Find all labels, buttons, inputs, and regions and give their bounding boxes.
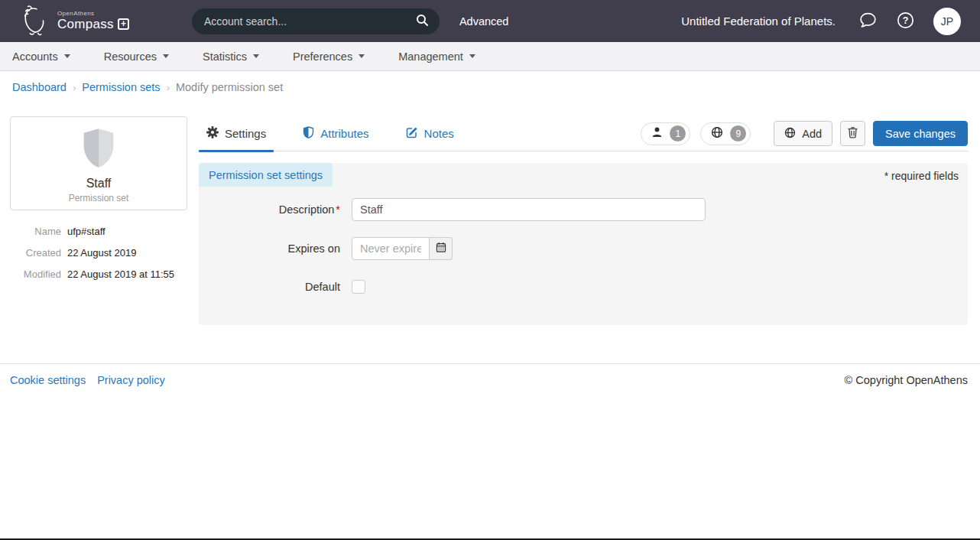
breadcrumb-separator: › — [73, 82, 76, 93]
default-label: Default — [199, 281, 340, 293]
chevron-down-icon — [253, 54, 259, 58]
chevron-down-icon — [469, 54, 475, 58]
breadcrumb-separator: › — [167, 82, 170, 93]
svg-text:?: ? — [903, 15, 909, 26]
breadcrumb-current: Modify permission set — [176, 81, 283, 93]
detail-label: Name — [10, 226, 61, 237]
delete-button[interactable] — [840, 121, 865, 146]
shield-icon — [79, 127, 118, 173]
calendar-icon — [436, 242, 446, 255]
description-label: Description* — [199, 203, 340, 216]
search-button[interactable] — [410, 11, 435, 32]
permission-set-subtitle: Permission set — [69, 193, 129, 203]
expires-label: Expires on — [199, 242, 340, 255]
detail-row-modified: Modified 22 August 2019 at 11:55 — [10, 268, 187, 280]
description-input[interactable] — [352, 198, 706, 221]
tabs-and-actions-row: Settings Attributes — [199, 116, 968, 151]
top-header: OpenAthens Compass + Advanced Untitled F… — [0, 0, 980, 42]
search-icon — [416, 14, 429, 29]
nav-item-preferences[interactable]: Preferences — [293, 50, 365, 63]
required-fields-note: * required fields — [884, 170, 959, 182]
detail-value: ufp#staff — [67, 226, 105, 237]
nav-item-statistics[interactable]: Statistics — [203, 50, 259, 63]
tab-label: Settings — [225, 127, 266, 140]
nav-item-resources[interactable]: Resources — [104, 50, 169, 63]
save-changes-label: Save changes — [885, 128, 956, 140]
breadcrumb-permission-sets[interactable]: Permission sets — [82, 81, 160, 93]
detail-label: Modified — [10, 268, 61, 280]
help-button[interactable]: ? — [896, 11, 915, 32]
description-row: Description* — [199, 198, 968, 221]
help-icon: ? — [896, 11, 915, 32]
organisation-name: Untitled Federation of Planets. — [681, 15, 836, 28]
shield-half-icon — [303, 126, 314, 141]
tab-bar: Settings Attributes — [199, 116, 483, 151]
details-list: Name ufp#staff Created 22 August 2019 Mo… — [10, 226, 187, 280]
page-footer: Cookie settings Privacy policy © Copyrig… — [0, 363, 980, 395]
privacy-policy-link[interactable]: Privacy policy — [97, 374, 165, 386]
chevron-down-icon — [359, 54, 365, 58]
pencil-square-icon — [406, 126, 418, 141]
detail-row-created: Created 22 August 2019 — [10, 247, 187, 259]
copyright-text: © Copyright OpenAthens — [845, 374, 968, 386]
tab-notes[interactable]: Notes — [398, 116, 462, 151]
permission-set-title: Staff — [86, 177, 112, 190]
breadcrumb-dashboard[interactable]: Dashboard — [12, 81, 67, 93]
openathens-compass-logo[interactable]: OpenAthens Compass + — [21, 4, 129, 39]
advanced-search-link[interactable]: Advanced — [459, 15, 509, 28]
cookie-settings-link[interactable]: Cookie settings — [10, 374, 86, 386]
detail-value: 22 August 2019 at 11:55 — [67, 268, 174, 280]
tab-settings[interactable]: Settings — [199, 116, 274, 151]
tab-attributes[interactable]: Attributes — [295, 116, 376, 151]
resources-count-badge: 9 — [730, 125, 746, 142]
globe-icon — [711, 126, 723, 142]
detail-label: Created — [10, 247, 61, 259]
expires-on-input[interactable] — [352, 237, 430, 260]
openathens-logo-icon — [21, 4, 50, 39]
person-icon — [651, 126, 663, 141]
logo-text: OpenAthens Compass + — [57, 11, 129, 31]
globe-icon — [784, 127, 796, 141]
default-row: Default — [199, 280, 968, 294]
logo-brand-large: Compass — [57, 18, 114, 32]
accounts-count-badge: 1 — [670, 125, 686, 142]
panel-tab-permission-set-settings: Permission set settings — [199, 163, 333, 187]
tab-label: Notes — [424, 127, 454, 140]
chevron-down-icon — [64, 54, 70, 58]
default-checkbox[interactable] — [352, 280, 365, 294]
add-button-label: Add — [802, 128, 822, 140]
plus-badge-icon: + — [118, 18, 129, 30]
chat-bubble-icon — [858, 11, 878, 32]
save-changes-button[interactable]: Save changes — [873, 121, 968, 146]
required-asterisk: * — [336, 203, 340, 216]
breadcrumb: Dashboard › Permission sets › Modify per… — [0, 71, 980, 93]
nav-item-management[interactable]: Management — [398, 50, 475, 63]
actions-group: 1 9 — [641, 121, 968, 146]
permission-set-settings-panel: Permission set settings * required field… — [199, 163, 968, 325]
expires-row: Expires on — [199, 237, 968, 260]
chevron-down-icon — [163, 54, 169, 58]
user-avatar[interactable]: JP — [933, 8, 961, 35]
permission-set-card: Staff Permission set — [10, 116, 187, 210]
tab-label: Attributes — [320, 127, 368, 140]
chat-button[interactable] — [858, 11, 878, 32]
detail-row-name: Name ufp#staff — [10, 226, 187, 237]
gear-icon — [206, 126, 219, 141]
trash-icon — [847, 126, 858, 141]
account-search-box[interactable] — [192, 8, 440, 34]
account-search-input[interactable] — [204, 15, 410, 28]
nav-item-accounts[interactable]: Accounts — [12, 50, 70, 63]
calendar-button[interactable] — [430, 237, 453, 260]
add-button[interactable]: Add — [774, 121, 832, 146]
accounts-count-pill[interactable]: 1 — [641, 122, 690, 145]
main-navigation: Accounts Resources Statistics Preference… — [0, 42, 980, 71]
detail-value: 22 August 2019 — [67, 247, 136, 259]
resources-count-pill[interactable]: 9 — [700, 122, 751, 145]
